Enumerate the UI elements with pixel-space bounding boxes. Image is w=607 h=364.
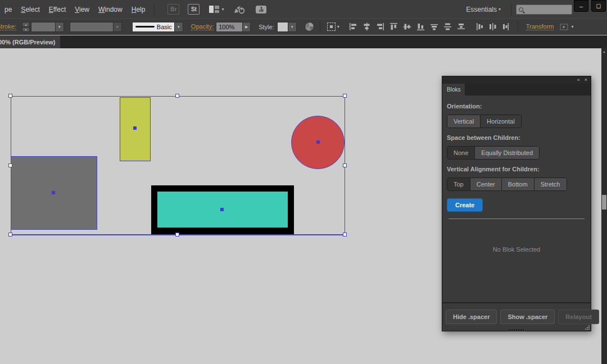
hide-spacer-button[interactable]: Hide .spacer xyxy=(446,310,497,324)
workspace-switcher[interactable]: Essentials ▾ xyxy=(460,6,506,13)
select-similar-button[interactable]: ▾ xyxy=(327,22,339,31)
document-tab-bar: 00% (RGB/Preview) × xyxy=(0,35,607,48)
menu-bar: pe Select Effect View Window Help Br St … xyxy=(0,0,607,19)
brush-definition[interactable]: Basic xyxy=(132,22,175,32)
menu-select[interactable]: Select xyxy=(16,6,44,13)
close-panel-icon[interactable]: × xyxy=(585,76,587,84)
arrange-documents-button[interactable]: ▾ xyxy=(209,5,224,13)
brush-stroke-preview xyxy=(135,26,155,28)
distribute-left-icon[interactable] xyxy=(473,21,485,33)
panel-drag-gripper[interactable] xyxy=(509,329,525,331)
search-input[interactable] xyxy=(516,4,572,15)
stock-button[interactable]: St xyxy=(188,4,200,15)
stepper-down-icon[interactable]: ▼ xyxy=(22,27,30,32)
transform-panel-button[interactable]: ▾ xyxy=(559,23,573,31)
valign-stretch-button[interactable]: Stretch xyxy=(534,178,567,190)
orientation-vertical-button[interactable]: Vertical xyxy=(447,115,481,128)
touch-workspace-icon xyxy=(255,4,268,14)
panel-resize-grip[interactable] xyxy=(585,325,590,330)
stepper-up-icon[interactable]: ▲ xyxy=(22,22,30,27)
distribute-bottom-icon[interactable] xyxy=(455,21,467,33)
align-h-center-icon[interactable] xyxy=(361,21,373,33)
document-tab[interactable]: 00% (RGB/Preview) × xyxy=(0,35,60,48)
space-none-button[interactable]: None xyxy=(447,147,475,159)
align-right-icon[interactable] xyxy=(374,21,386,33)
orientation-horizontal-button[interactable]: Horizontal xyxy=(481,115,521,128)
orientation-group: Vertical Horizontal xyxy=(447,115,522,128)
minimize-button[interactable]: – xyxy=(574,0,588,12)
select-similar-icon xyxy=(327,22,336,31)
stroke-weight-value[interactable] xyxy=(31,22,56,32)
maximize-button[interactable]: ◻ xyxy=(591,0,606,12)
selection-handle[interactable] xyxy=(343,163,347,167)
search-icon xyxy=(519,7,523,12)
align-bottom-icon[interactable] xyxy=(415,21,427,33)
selection-handle[interactable] xyxy=(175,94,179,98)
menubar-divider xyxy=(154,4,155,15)
align-left-icon[interactable] xyxy=(347,21,359,33)
opacity-dropdown[interactable]: ▶ xyxy=(243,22,251,32)
selection-handle[interactable] xyxy=(343,233,347,236)
create-button[interactable]: Create xyxy=(447,198,483,212)
anchor-point[interactable] xyxy=(133,126,137,130)
style-dropdown[interactable]: ▾ xyxy=(288,22,297,32)
menu-type[interactable]: pe xyxy=(0,6,16,13)
valign-top-button[interactable]: Top xyxy=(447,178,470,190)
distribute-right-icon[interactable] xyxy=(500,21,512,33)
gpu-performance-button[interactable] xyxy=(233,4,246,15)
opacity-value[interactable]: 100% xyxy=(216,22,243,32)
workspace-label: Essentials xyxy=(466,6,497,13)
anchor-point[interactable] xyxy=(316,140,320,144)
menu-view[interactable]: View xyxy=(70,6,94,13)
anchor-point[interactable] xyxy=(220,208,224,211)
close-tab-icon[interactable]: × xyxy=(60,39,60,46)
chevron-down-icon: ▾ xyxy=(337,24,339,29)
orientation-label: Orientation: xyxy=(447,103,586,110)
space-between-label: Space between Children: xyxy=(447,134,586,141)
vertical-scrollbar[interactable]: ▲ xyxy=(601,48,607,364)
brush-dropdown[interactable]: ▾ xyxy=(175,22,183,32)
align-v-center-icon[interactable] xyxy=(401,21,413,33)
stroke-link[interactable]: Stroke: xyxy=(0,23,16,30)
vertical-alignment-group: Top Center Bottom Stretch xyxy=(447,178,567,191)
selection-handle[interactable] xyxy=(343,94,347,98)
valign-center-button[interactable]: Center xyxy=(470,178,502,190)
bloks-panel: « × Bloks Orientation: Vertical Horizont… xyxy=(442,76,591,331)
distribute-top-icon[interactable] xyxy=(428,21,440,33)
style-swatch[interactable] xyxy=(277,22,288,32)
relayout-button: Relayout xyxy=(558,310,599,324)
distribute-h-center-icon[interactable] xyxy=(487,21,499,33)
touch-workspace-button[interactable] xyxy=(255,4,268,14)
no-blok-selected-message: No Blok Selected xyxy=(442,219,591,302)
panel-header: « × xyxy=(442,76,591,84)
tab-bloks[interactable]: Bloks xyxy=(442,84,465,95)
menu-help[interactable]: Help xyxy=(127,6,150,13)
stroke-weight-dropdown[interactable]: ▾ xyxy=(56,22,64,32)
align-top-icon[interactable] xyxy=(388,21,400,33)
scroll-up-icon[interactable]: ▲ xyxy=(601,48,607,55)
anchor-point[interactable] xyxy=(52,191,55,194)
distribute-v-center-icon[interactable] xyxy=(442,21,454,33)
space-equally-distributed-button[interactable]: Equally Distributed xyxy=(475,147,539,159)
show-spacer-button[interactable]: Show .spacer xyxy=(500,310,555,324)
bridge-button[interactable]: Br xyxy=(167,4,179,15)
menu-effect[interactable]: Effect xyxy=(44,6,70,13)
transform-link[interactable]: Transform xyxy=(526,23,554,30)
chevron-down-icon: ▾ xyxy=(221,7,224,12)
variable-width-dropdown[interactable]: ▾ xyxy=(114,22,122,32)
selection-handle[interactable] xyxy=(175,233,179,236)
selection-handle[interactable] xyxy=(8,94,12,98)
panel-tab-row: Bloks xyxy=(442,84,591,95)
menu-window[interactable]: Window xyxy=(94,6,127,13)
opacity-link[interactable]: Opacity: xyxy=(191,23,214,30)
selection-handle[interactable] xyxy=(8,233,12,236)
vertical-alignment-label: Vertical Alignment for Children: xyxy=(447,166,586,172)
collapse-panel-icon[interactable]: « xyxy=(577,76,580,84)
recolor-artwork-icon[interactable] xyxy=(305,22,314,31)
variable-width-profile[interactable] xyxy=(70,22,114,32)
stroke-weight-stepper[interactable]: ▲ ▼ xyxy=(22,22,30,32)
valign-bottom-button[interactable]: Bottom xyxy=(502,178,534,190)
brush-name: Basic xyxy=(157,24,172,30)
scrollbar-thumb[interactable] xyxy=(602,195,606,210)
selection-handle[interactable] xyxy=(8,163,12,167)
